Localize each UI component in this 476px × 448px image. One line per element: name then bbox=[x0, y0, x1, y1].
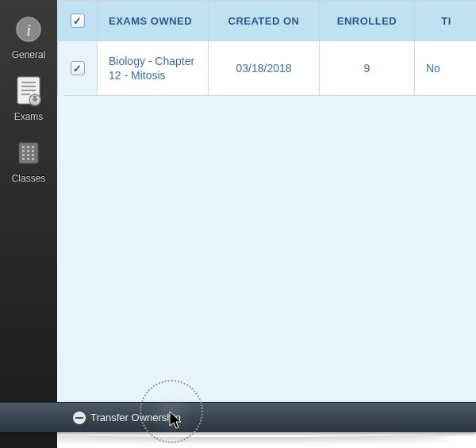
svg-rect-12 bbox=[32, 146, 34, 148]
table-row[interactable]: Biology - Chapter 12 - Mitosis 03/18/201… bbox=[58, 41, 477, 96]
bottom-toolbar: Transfer Ownership bbox=[0, 402, 476, 432]
header-last[interactable]: Ti bbox=[415, 1, 477, 41]
info-icon: i bbox=[12, 13, 45, 46]
svg-rect-15 bbox=[32, 150, 34, 152]
page-bottom-edge bbox=[0, 432, 476, 448]
minus-circle-icon bbox=[73, 412, 86, 424]
sidebar-item-exams[interactable]: Exams bbox=[0, 67, 57, 128]
main-panel: Exams Owned Created On Enrolled Ti Biolo… bbox=[57, 0, 476, 448]
exam-link[interactable]: Biology - Chapter 12 - Mitosis bbox=[109, 55, 194, 82]
svg-rect-17 bbox=[27, 154, 29, 156]
svg-rect-20 bbox=[27, 158, 29, 160]
header-exams-owned[interactable]: Exams Owned bbox=[98, 1, 209, 41]
row-checkbox-cell bbox=[58, 41, 98, 96]
svg-rect-21 bbox=[32, 158, 34, 160]
row-checkbox[interactable] bbox=[71, 61, 85, 75]
svg-rect-19 bbox=[22, 158, 25, 160]
svg-rect-14 bbox=[27, 150, 29, 152]
header-enrolled[interactable]: Enrolled bbox=[320, 1, 415, 41]
sidebar: i General Exams bbox=[0, 0, 57, 448]
sidebar-item-classes[interactable]: Classes bbox=[0, 128, 57, 190]
building-icon bbox=[12, 136, 45, 170]
svg-rect-16 bbox=[22, 154, 25, 156]
cell-created-on: 03/18/2018 bbox=[209, 41, 320, 96]
transfer-ownership-button[interactable]: Transfer Ownership bbox=[73, 412, 181, 424]
cell-last: No bbox=[415, 41, 477, 96]
svg-rect-10 bbox=[22, 146, 25, 148]
svg-rect-18 bbox=[32, 154, 34, 156]
svg-rect-9 bbox=[19, 143, 38, 163]
svg-text:i: i bbox=[26, 20, 31, 40]
sidebar-item-label: General bbox=[12, 49, 46, 60]
empty-area bbox=[57, 96, 476, 448]
svg-rect-11 bbox=[27, 146, 29, 148]
cell-exam-name: Biology - Chapter 12 - Mitosis bbox=[98, 41, 209, 96]
exams-table: Exams Owned Created On Enrolled Ti Biolo… bbox=[57, 0, 476, 96]
sidebar-item-label: Classes bbox=[12, 173, 46, 184]
svg-rect-13 bbox=[22, 150, 25, 152]
select-all-checkbox[interactable] bbox=[71, 13, 85, 28]
sidebar-item-general[interactable]: i General bbox=[0, 5, 57, 67]
exam-icon bbox=[12, 75, 45, 108]
cell-enrolled: 9 bbox=[320, 41, 415, 96]
header-checkbox-cell bbox=[58, 1, 98, 41]
header-created-on[interactable]: Created On bbox=[209, 1, 320, 41]
transfer-ownership-label: Transfer Ownership bbox=[90, 412, 181, 423]
sidebar-item-label: Exams bbox=[14, 111, 44, 122]
